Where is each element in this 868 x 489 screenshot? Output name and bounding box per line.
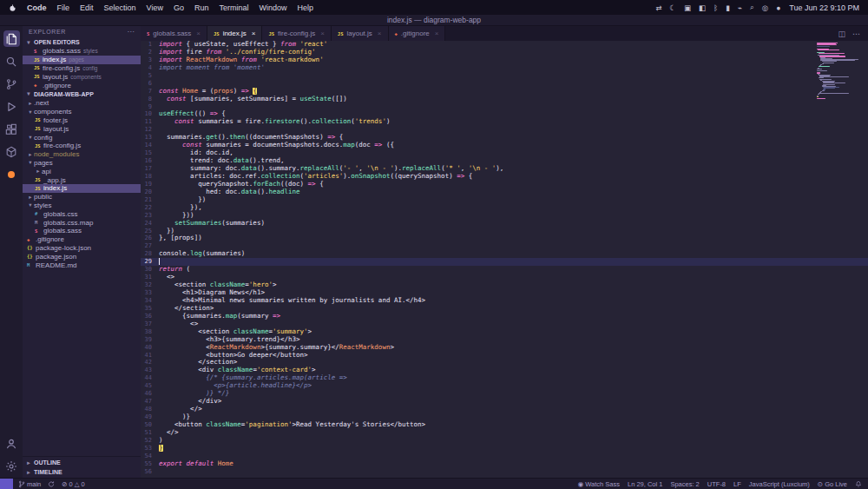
code-line[interactable]: 30return ( (141, 266, 868, 274)
code-line[interactable]: 38 <section className='summary'> (141, 328, 868, 336)
open-editors-section-header[interactable]: ▾ OPEN EDITORS (23, 37, 141, 47)
tree-file[interactable]: Sglobals.sass (23, 227, 141, 235)
close-icon[interactable]: × (435, 30, 439, 37)
close-icon[interactable]: × (320, 30, 325, 37)
menu-item-window[interactable]: Window (259, 3, 286, 12)
run-and-debug-icon[interactable] (3, 98, 20, 115)
menu-item-edit[interactable]: Edit (80, 3, 94, 12)
source-control-icon[interactable] (3, 76, 20, 92)
menu-item-selection[interactable]: Selection (104, 3, 136, 12)
close-icon[interactable]: × (252, 30, 256, 37)
tree-folder[interactable]: ▸public (23, 193, 141, 202)
search-icon[interactable] (3, 53, 20, 69)
extensions-icon[interactable] (3, 121, 20, 137)
tree-folder[interactable]: ▸.next (23, 99, 141, 108)
open-editor-item[interactable]: Sglobals.sassstyles (23, 47, 141, 56)
code-line[interactable]: 22 }), (141, 204, 868, 212)
tree-file[interactable]: {}package-lock.json (23, 244, 141, 253)
code-line[interactable]: 37 <> (141, 320, 868, 328)
explorer-icon[interactable] (3, 30, 20, 47)
split-editor-icon[interactable]: ◫ (838, 30, 845, 38)
code-line[interactable]: 34 <h4>Minimal news summaries written by… (141, 297, 868, 305)
code-line[interactable]: 19 querySnapshot.forEach((doc) => { (141, 181, 868, 188)
code-editor[interactable]: 1import { useState, useEffect } from 're… (141, 41, 868, 478)
tab-globals.sass[interactable]: Sglobals.sass× (141, 26, 207, 41)
code-line[interactable]: 11 const summaries = fire.firestore().co… (141, 118, 868, 126)
tab-fire-config.js[interactable]: JSfire-config.js× (262, 26, 331, 41)
code-line[interactable]: 1import { useState, useEffect } from 're… (141, 41, 868, 49)
cursor-position-status[interactable]: Ln 29, Col 1 (628, 480, 662, 488)
apple-menu-icon[interactable] (9, 3, 16, 12)
tree-file[interactable]: ◆.gitignore (23, 235, 141, 244)
code-line[interactable]: 36 {summaries.map(summary => (141, 313, 868, 320)
tree-file[interactable]: #globals.css (23, 209, 141, 218)
tree-file[interactable]: MREADME.md (23, 261, 141, 269)
code-line[interactable]: 51 </> (141, 429, 868, 437)
focus-mode-icon[interactable]: ☾ (669, 3, 676, 12)
tree-file[interactable]: JSlayout.js (23, 124, 141, 133)
encoding-status[interactable]: UTF-8 (707, 480, 726, 488)
siri-icon[interactable]: ● (776, 3, 780, 12)
code-line[interactable]: 3import ReactMarkdown from 'react-markdo… (141, 56, 868, 64)
branch-status[interactable]: main (18, 480, 41, 488)
explorer-more-actions-icon[interactable]: ⋯ (127, 28, 135, 36)
code-line[interactable]: 42 </section> (141, 359, 868, 367)
code-line[interactable]: 32 <section className='hero'> (141, 281, 868, 289)
code-line[interactable]: 4import moment from 'moment' (141, 64, 868, 72)
menu-bar-clock[interactable]: Tue Jun 22 9:10 PM (789, 3, 859, 12)
tree-file[interactable]: {}package.json (23, 252, 141, 261)
tree-file[interactable]: JSindex.js (23, 184, 141, 193)
menu-item-code[interactable]: Code (27, 3, 47, 12)
tree-folder[interactable]: ▸node_modules (23, 150, 141, 159)
control-center-icon[interactable]: ◎ (762, 3, 768, 12)
tree-folder[interactable]: ▾config (23, 133, 141, 142)
go-live-status[interactable]: ⊙Go Live (818, 480, 847, 488)
code-line[interactable]: 21 }) (141, 196, 868, 204)
tree-folder[interactable]: ▸api (23, 167, 141, 175)
accounts-icon[interactable] (3, 435, 20, 452)
code-line[interactable]: 41 <button>Go deeper</button> (141, 352, 868, 360)
problems-status[interactable]: ⊘0 △0 (62, 480, 84, 488)
outline-section-header[interactable]: ▸ OUTLINE (23, 458, 141, 467)
close-icon[interactable]: × (196, 30, 201, 37)
code-line[interactable]: 43 <div className='context-card'> (141, 367, 868, 374)
code-line[interactable]: 39 <h3>{summary.trend}</h3> (141, 336, 868, 344)
settings-icon[interactable] (3, 458, 20, 474)
code-line[interactable]: 7const Home = (props) => { (141, 88, 868, 96)
code-line[interactable]: 35 </section> (141, 305, 868, 313)
tab-index.js[interactable]: JSindex.js× (207, 26, 262, 41)
spotlight-icon[interactable]: ⌕ (750, 3, 754, 12)
open-editor-item[interactable]: JSfire-config.jsconfig (23, 64, 141, 73)
code-line[interactable]: 28console.log(summaries) (141, 250, 868, 258)
code-line[interactable]: 44 {/* {summary.articles.map(article => (141, 374, 868, 382)
code-line[interactable]: 8 const [summaries, setSummaries] = useS… (141, 96, 868, 103)
code-line[interactable]: 47 </div> (141, 398, 868, 406)
tree-folder[interactable]: ▾pages (23, 159, 141, 168)
code-line[interactable]: 46 )} */} (141, 390, 868, 398)
more-actions-icon[interactable]: ⋯ (852, 30, 860, 38)
code-line[interactable]: 9 (141, 103, 868, 111)
open-editor-item[interactable]: ◆.gitignore (23, 81, 141, 89)
indentation-status[interactable]: Spaces: 2 (670, 480, 699, 488)
sync-button[interactable] (48, 480, 55, 488)
code-line[interactable]: 49 )} (141, 413, 868, 421)
menu-item-file[interactable]: File (57, 3, 70, 12)
screen-mirroring-icon[interactable]: ⇄ (655, 3, 661, 12)
code-line[interactable]: 18 articles: doc.ref.collection('article… (141, 173, 868, 181)
code-line[interactable]: 13 summaries.get().then((documentSnapsho… (141, 134, 868, 142)
tree-file[interactable]: JSfire-config.js (23, 142, 141, 150)
watch-sass-status[interactable]: ◉Watch Sass (578, 480, 620, 488)
menu-item-view[interactable]: View (147, 3, 163, 12)
open-editor-item[interactable]: JSindex.jspages (23, 56, 141, 64)
code-line[interactable]: 23 })) (141, 212, 868, 220)
tab-layout.js[interactable]: JSlayout.js× (332, 26, 389, 41)
code-line[interactable]: 45 <p>{article.headline}</p> (141, 382, 868, 390)
code-line[interactable]: 6 (141, 80, 868, 88)
eol-status[interactable]: LF (733, 480, 741, 488)
code-line[interactable]: 55export default Home (141, 460, 868, 468)
code-line[interactable]: 40 <ReactMarkdown>{summary.summary}</Rea… (141, 344, 868, 352)
workspace-section-header[interactable]: ▾ DIAGRAM-WEB-APP (23, 89, 141, 99)
code-line[interactable]: 2import fire from '../config/fire-config… (141, 49, 868, 56)
code-line[interactable]: 10useEffect(() => { (141, 110, 868, 118)
docker-icon[interactable]: ▣ (684, 3, 691, 12)
